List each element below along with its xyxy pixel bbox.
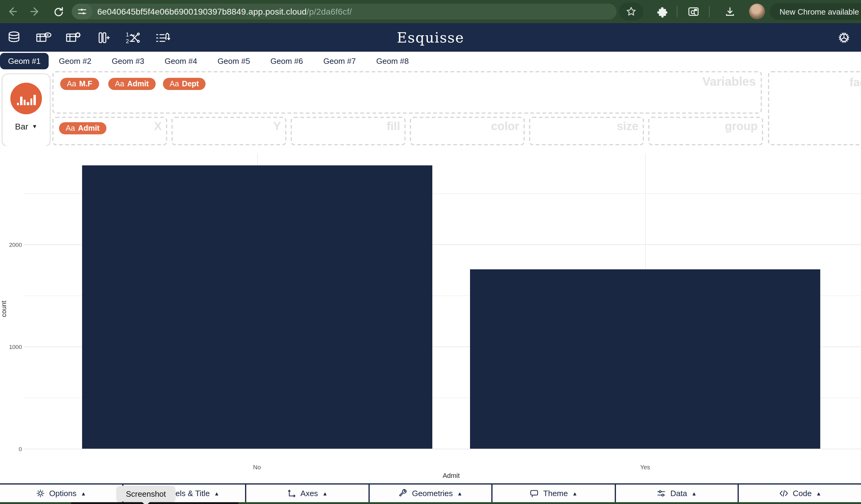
variables-dropzone[interactable]: Variables AaM.F AaAdmit AaDept <box>52 71 762 114</box>
x-tick-label: No <box>233 464 281 471</box>
geom-selector[interactable]: Bar▼ <box>2 73 51 147</box>
major-gridline <box>24 449 861 449</box>
collapse-arrow-icon: ▲ <box>81 490 86 496</box>
x-pill-admit[interactable]: AaAdmit <box>59 122 106 134</box>
options-panel-button[interactable]: Options▲ <box>0 485 122 502</box>
data-panel-button[interactable]: Data▲ <box>615 485 738 502</box>
geom-tabs: Geom #1 Geom #2 Geom #3 Geom #4 Geom #5 … <box>0 52 419 69</box>
variables-placeholder: Variables <box>702 75 756 89</box>
extensions-icon[interactable] <box>654 4 669 19</box>
geom-selector-label: Bar <box>15 122 28 131</box>
collapse-arrow-icon: ▲ <box>691 490 697 496</box>
collapse-arrow-icon: ▲ <box>572 490 578 496</box>
screenshot-tooltip: Screenshot <box>117 486 175 502</box>
chart-bar-no <box>82 166 432 449</box>
size-dropzone[interactable]: size <box>529 117 644 145</box>
axes-panel-button[interactable]: Axes▲ <box>245 485 368 502</box>
y-tick-label: 1000 <box>0 343 22 350</box>
fill-dropzone[interactable]: fill <box>291 117 406 145</box>
chart-bar-yes <box>470 269 820 449</box>
toolbar-divider <box>709 6 710 17</box>
site-settings-icon[interactable] <box>72 4 93 19</box>
profile-avatar[interactable] <box>749 4 765 19</box>
axes-icon <box>287 489 296 498</box>
y-tick-label: 2000 <box>0 241 22 248</box>
y-dropzone[interactable]: Y <box>172 117 286 145</box>
y-axis-title: count <box>0 297 7 321</box>
x-tick-label: Yes <box>621 464 669 471</box>
x-dropzone[interactable]: AaAdmit X <box>52 117 167 145</box>
download-icon[interactable] <box>722 4 737 19</box>
variable-pill-admit[interactable]: AaAdmit <box>108 78 155 90</box>
theme-panel-button[interactable]: Theme▲ <box>492 485 615 502</box>
toolbar-divider <box>677 6 678 17</box>
variable-pill-dept[interactable]: AaDept <box>163 78 206 90</box>
desktop-edge-dark <box>71 502 238 504</box>
code-icon <box>779 489 789 498</box>
group-placeholder: group <box>725 120 757 133</box>
x-placeholder: X <box>154 120 162 133</box>
sliders-icon <box>657 489 666 498</box>
tab-geom-8[interactable]: Geom #8 <box>366 56 419 65</box>
gear-icon <box>36 489 45 498</box>
code-panel-button[interactable]: Code▲ <box>738 485 861 502</box>
back-icon[interactable] <box>5 4 19 19</box>
color-placeholder: color <box>491 120 519 133</box>
application-window: 6e040645bf5f4e06b6900190397b8849.app.pos… <box>0 0 861 504</box>
collapse-arrow-icon: ▲ <box>457 490 462 496</box>
collapse-arrow-icon: ▲ <box>322 490 328 496</box>
color-dropzone[interactable]: color <box>410 117 525 145</box>
group-dropzone[interactable]: group <box>648 117 763 145</box>
ggplot-output: count Admit 010002000NoYes <box>0 146 861 483</box>
forward-icon[interactable] <box>28 4 43 19</box>
chrome-update-button[interactable]: New Chrome available <box>770 3 861 20</box>
side-panel-search-icon[interactable] <box>686 4 700 19</box>
facet-placeholder: facet <box>849 76 861 90</box>
browser-toolbar: 6e040645bf5f4e06b6900190397b8849.app.pos… <box>0 0 861 23</box>
bookmark-icon[interactable] <box>619 2 643 21</box>
url-text: 6e040645bf5f4e06b6900190397b8849.app.pos… <box>97 7 352 16</box>
tab-geom-3[interactable]: Geom #3 <box>101 56 154 65</box>
reload-icon[interactable] <box>51 4 66 19</box>
tab-geom-4[interactable]: Geom #4 <box>154 56 207 65</box>
bar-chart-icon <box>10 83 42 114</box>
x-axis-title: Admit <box>427 472 476 479</box>
tab-geom-1[interactable]: Geom #1 <box>0 53 49 69</box>
esquisse-header: 12 Esquisse <box>0 23 861 52</box>
collapse-arrow-icon: ▲ <box>816 490 821 496</box>
size-placeholder: size <box>617 120 639 133</box>
facet-dropzone[interactable]: facet <box>768 71 861 145</box>
chevron-down-icon: ▼ <box>32 123 37 130</box>
tab-geom-6[interactable]: Geom #6 <box>260 56 313 65</box>
theme-icon <box>530 489 539 498</box>
variable-pill-mf[interactable]: AaM.F <box>60 78 99 90</box>
app-title: Esquisse <box>0 29 861 45</box>
fill-placeholder: fill <box>387 120 400 133</box>
tab-geom-7[interactable]: Geom #7 <box>313 56 366 65</box>
wrench-icon <box>399 489 408 498</box>
settings-gear-icon[interactable] <box>835 29 852 46</box>
tab-geom-2[interactable]: Geom #2 <box>49 56 101 65</box>
tab-geom-5[interactable]: Geom #5 <box>207 56 260 65</box>
url-bar[interactable]: 6e040645bf5f4e06b6900190397b8849.app.pos… <box>72 4 617 19</box>
geometries-panel-button[interactable]: Geometries▲ <box>368 485 491 502</box>
y-tick-label: 0 <box>0 446 22 452</box>
y-placeholder: Y <box>273 120 281 133</box>
collapse-arrow-icon: ▲ <box>214 490 219 496</box>
aes-dropzones: AaAdmit X Y fill color size group <box>52 117 763 145</box>
